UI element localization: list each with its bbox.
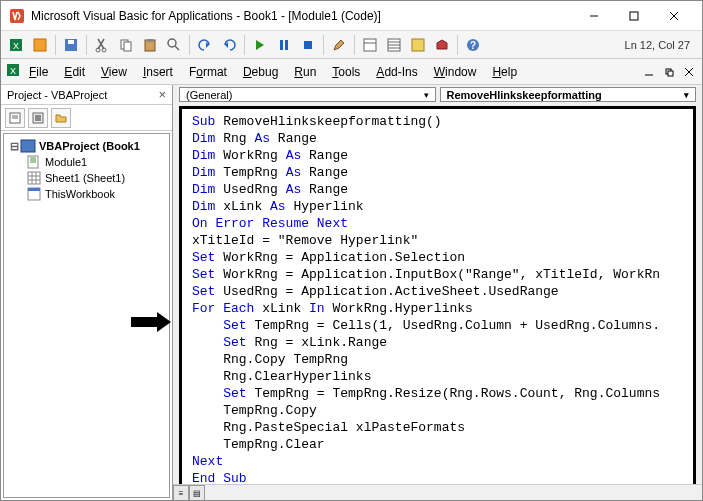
project-panel-header: Project - VBAProject × [1, 85, 172, 105]
maximize-button[interactable] [614, 2, 654, 30]
svg-rect-0 [10, 9, 24, 23]
toggle-folders-icon[interactable] [51, 108, 71, 128]
vba-app-icon [9, 8, 25, 24]
view-code-icon[interactable] [5, 108, 25, 128]
titlebar: Microsoft Visual Basic for Applications … [1, 1, 702, 31]
tree-item-sheet[interactable]: Sheet1 (Sheet1) [26, 170, 165, 186]
chevron-down-icon: ▾ [424, 90, 429, 100]
view-object-icon[interactable] [28, 108, 48, 128]
project-explorer: Project - VBAProject × ⊟ VBAProject (Boo… [1, 85, 173, 500]
svg-rect-18 [280, 40, 283, 50]
cursor-position: Ln 12, Col 27 [625, 39, 690, 51]
redo-icon[interactable] [218, 34, 240, 56]
code-area: (General)▾ RemoveHlinkskeepformatting▾ S… [173, 85, 702, 500]
horizontal-scrollbar[interactable]: ≡ ▤ [173, 484, 702, 500]
svg-rect-2 [630, 12, 638, 20]
design-mode-icon[interactable] [328, 34, 350, 56]
vbaproject-icon [20, 139, 36, 153]
expand-icon[interactable]: ⊟ [8, 140, 20, 153]
run-icon[interactable] [249, 34, 271, 56]
panel-close-button[interactable]: × [158, 87, 166, 102]
toolbox-icon[interactable] [431, 34, 453, 56]
reset-icon[interactable] [297, 34, 319, 56]
svg-rect-20 [304, 41, 312, 49]
paste-icon[interactable] [139, 34, 161, 56]
menu-edit[interactable]: Edit [56, 62, 93, 82]
view-excel-icon[interactable]: X [5, 34, 27, 56]
menu-window[interactable]: Window [426, 62, 485, 82]
cut-icon[interactable] [91, 34, 113, 56]
object-browser-icon[interactable] [407, 34, 429, 56]
minimize-button[interactable] [574, 2, 614, 30]
menu-view[interactable]: View [93, 62, 135, 82]
svg-rect-7 [34, 39, 46, 51]
menu-insert[interactable]: Insert [135, 62, 181, 82]
svg-rect-13 [124, 42, 131, 51]
help-icon[interactable]: ? [462, 34, 484, 56]
undo-icon[interactable] [194, 34, 216, 56]
annotation-arrow-icon [129, 311, 173, 333]
svg-rect-27 [412, 39, 424, 51]
tree-root[interactable]: ⊟ VBAProject (Book1 [8, 138, 165, 154]
menu-help[interactable]: Help [484, 62, 525, 82]
save-icon[interactable] [60, 34, 82, 56]
project-toolbar [1, 105, 172, 131]
procedure-view-button[interactable]: ≡ [173, 485, 189, 501]
tree-item-workbook[interactable]: ThisWorkbook [26, 186, 165, 202]
svg-rect-42 [21, 140, 35, 152]
close-button[interactable] [654, 2, 694, 30]
project-panel-title: Project - VBAProject [7, 89, 107, 101]
mdi-restore-button[interactable] [660, 63, 678, 81]
module-icon [26, 155, 42, 169]
tree-item-module[interactable]: Module1 [26, 154, 165, 170]
mdi-minimize-button[interactable] [640, 63, 658, 81]
excel-icon[interactable]: X [5, 62, 21, 81]
full-module-view-button[interactable]: ▤ [189, 485, 205, 501]
svg-point-16 [168, 39, 176, 47]
break-icon[interactable] [273, 34, 295, 56]
menubar: X File Edit View Insert Format Debug Run… [1, 59, 702, 85]
svg-text:?: ? [470, 40, 476, 51]
svg-text:X: X [13, 41, 19, 51]
code-editor[interactable]: Sub RemoveHlinkskeepformatting() Dim Rng… [179, 106, 696, 494]
mdi-close-button[interactable] [680, 63, 698, 81]
workbook-icon [26, 187, 42, 201]
copy-icon[interactable] [115, 34, 137, 56]
window-title: Microsoft Visual Basic for Applications … [31, 9, 574, 23]
menu-run[interactable]: Run [286, 62, 324, 82]
chevron-down-icon: ▾ [684, 90, 689, 100]
svg-rect-9 [68, 40, 74, 44]
menu-addins[interactable]: Add-Ins [368, 62, 425, 82]
menu-format[interactable]: Format [181, 62, 235, 82]
svg-rect-41 [35, 115, 41, 121]
main-toolbar: X ? Ln 12, Col 27 [1, 31, 702, 59]
procedure-dropdown[interactable]: RemoveHlinkskeepformatting▾ [440, 87, 697, 102]
properties-icon[interactable] [383, 34, 405, 56]
sheet-icon [26, 171, 42, 185]
menu-tools[interactable]: Tools [324, 62, 368, 82]
svg-rect-21 [364, 39, 376, 51]
svg-rect-15 [147, 39, 153, 42]
insert-icon[interactable] [29, 34, 51, 56]
project-explorer-icon[interactable] [359, 34, 381, 56]
svg-rect-19 [285, 40, 288, 50]
svg-rect-53 [28, 188, 40, 191]
svg-text:X: X [10, 66, 16, 76]
find-icon[interactable] [163, 34, 185, 56]
menu-debug[interactable]: Debug [235, 62, 286, 82]
object-dropdown[interactable]: (General)▾ [179, 87, 436, 102]
svg-line-17 [175, 46, 179, 50]
menu-file[interactable]: File [21, 62, 56, 82]
svg-rect-34 [668, 71, 673, 76]
svg-rect-47 [28, 172, 40, 184]
